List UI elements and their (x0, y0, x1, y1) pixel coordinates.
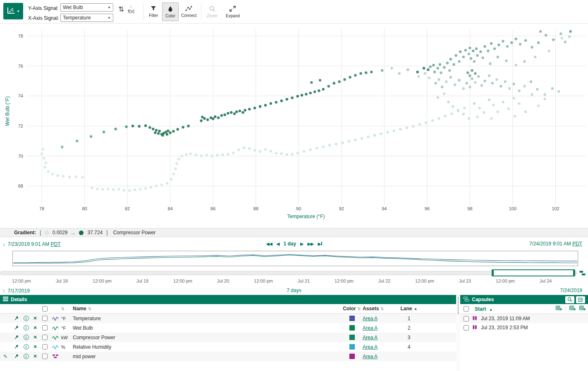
asset-link[interactable]: Area A (363, 316, 397, 321)
info-icon[interactable]: i (22, 325, 31, 331)
connect-button[interactable]: Connect (178, 2, 200, 21)
select-all-checkbox[interactable] (42, 306, 48, 312)
item-name[interactable]: Temperature (73, 316, 341, 321)
color-swatch[interactable] (341, 344, 363, 350)
remove-icon[interactable]: ✕ (31, 335, 40, 340)
display-range-end[interactable]: 7/24/2019 9:01 AM PDT (529, 241, 582, 247)
y-axis-signal-label: Y-Axis Signal: (28, 5, 59, 11)
asset-link[interactable]: Area A (363, 325, 397, 331)
info-icon[interactable]: i (22, 316, 31, 321)
info-icon[interactable]: i (22, 335, 31, 340)
svg-text:82: 82 (125, 206, 130, 211)
swap-axes-icon[interactable]: ⇅ (118, 6, 124, 13)
step-forward-full-icon[interactable]: ▶▶ (308, 241, 314, 247)
details-column-header: ⇅ Name⇅ Color⇅ Assets⇅ Lane▲ (0, 304, 456, 314)
panel-splitter[interactable] (456, 295, 460, 371)
item-name[interactable]: Compressor Power (73, 335, 341, 340)
time-scrubber-selection[interactable] (492, 269, 575, 276)
properties-column-button[interactable] (579, 305, 586, 312)
sort-name-icon[interactable]: ⇅ (88, 307, 91, 311)
time-scrubber-track[interactable] (0, 271, 577, 275)
collapse-range-arrow-icon[interactable]: ↓ (2, 241, 5, 247)
pin-icon[interactable] (11, 335, 22, 340)
row-checkbox[interactable] (40, 316, 50, 321)
capsule-checkbox[interactable] (464, 325, 469, 331)
chart-type-button[interactable]: ▼ (3, 3, 23, 19)
timezone-link[interactable]: PDT (51, 241, 61, 247)
edit-icon[interactable]: ✎ (0, 354, 11, 359)
remove-icon[interactable]: ✕ (31, 325, 40, 331)
timezone-link[interactable]: PDT (572, 241, 582, 247)
sort-color-icon[interactable]: ⇅ (357, 307, 361, 311)
step-back-icon[interactable]: ◀ (276, 241, 279, 247)
color-swatch[interactable] (341, 316, 363, 321)
chevron-down-icon: ▼ (108, 16, 111, 20)
item-name[interactable]: Wet Bulb (73, 325, 341, 331)
step-back-full-icon[interactable]: ◀◀ (266, 241, 272, 247)
x-axis-signal-select[interactable]: Temperature ▼ (60, 14, 113, 22)
pin-icon[interactable] (11, 325, 22, 331)
svg-text:78: 78 (39, 206, 44, 211)
expand-button[interactable]: Expand (222, 2, 243, 21)
fx-tool-button[interactable]: ∴ f(x) (128, 5, 134, 14)
capsules-collapse-button[interactable] (576, 296, 585, 303)
capsules-sort-start[interactable]: Start ▲ (475, 306, 493, 312)
item-name[interactable]: Relative Humidity (73, 344, 341, 350)
investigate-range-start[interactable]: 7/17/2019 (8, 288, 30, 294)
column-name[interactable]: Name (73, 306, 86, 312)
expand-range-arrow-icon[interactable]: ↑ (2, 288, 5, 294)
sort-lane-asc-icon[interactable]: ▲ (414, 307, 418, 311)
capsule-start-time: Jul 23, 2019 11:09 AM (481, 316, 530, 321)
capsules-select-all-checkbox[interactable] (464, 306, 469, 312)
remove-icon[interactable]: ✕ (31, 354, 40, 359)
stats-column-button[interactable] (569, 305, 576, 312)
display-range-start[interactable]: 7/23/2019 9:01 AM PDT (8, 241, 61, 247)
svg-text:Wet Bulb (°F): Wet Bulb (°F) (5, 96, 10, 126)
color-swatch[interactable] (341, 335, 363, 340)
color-swatch[interactable] (341, 325, 363, 331)
asset-link[interactable]: Area A (363, 335, 397, 340)
step-size-select[interactable]: 1 day (283, 241, 296, 247)
color-swatch[interactable] (341, 354, 363, 359)
investigate-range-end[interactable]: 7/24/2019 (560, 288, 582, 293)
investigate-range-duration[interactable]: 7 days (287, 288, 301, 293)
color-button[interactable]: Color (162, 2, 179, 21)
scatter-plot-canvas[interactable]: 6870727476787880828486889092949698100102… (0, 24, 588, 228)
step-forward-icon[interactable]: ▶ (300, 241, 303, 247)
fx-label: f(x) (128, 9, 134, 14)
column-start[interactable]: Start (475, 306, 486, 312)
toolbar-separator (201, 3, 201, 20)
row-checkbox[interactable] (40, 354, 50, 359)
asset-link[interactable]: Area A (363, 354, 397, 359)
column-lane[interactable]: Lane (401, 306, 412, 312)
filter-button[interactable]: Filter (146, 2, 161, 21)
row-checkbox[interactable] (40, 335, 50, 340)
step-to-now-icon[interactable]: ▶ (318, 241, 322, 247)
asset-link[interactable]: Area A (363, 344, 397, 350)
remove-icon[interactable]: ✕ (31, 344, 40, 350)
row-checkbox[interactable] (40, 344, 50, 350)
item-name[interactable]: mid power (73, 354, 341, 359)
capsule-lane-toggle-icon[interactable] (579, 270, 586, 278)
sort-assets-icon[interactable]: ⇅ (380, 307, 384, 311)
sort-type-icon[interactable]: ⇅ (61, 307, 65, 311)
row-checkbox[interactable] (40, 325, 50, 331)
column-color[interactable]: Color (343, 306, 356, 312)
add-column-button[interactable] (556, 305, 562, 312)
pin-icon[interactable] (11, 354, 22, 359)
end-datetime[interactable]: 7/24/2019 9:01 AM (529, 241, 571, 247)
info-icon[interactable]: i (22, 354, 31, 359)
remove-icon[interactable]: ✕ (31, 316, 40, 321)
start-datetime[interactable]: 7/23/2019 9:01 AM (8, 241, 50, 247)
svg-text:102: 102 (552, 206, 559, 211)
y-axis-signal-select[interactable]: Wet Bulb ▼ (60, 3, 113, 12)
column-assets[interactable]: Assets (363, 306, 379, 312)
scatter-chart[interactable]: 6870727476787880828486889092949698100102… (0, 24, 588, 228)
capsule-checkbox[interactable] (464, 316, 469, 321)
bottom-panels: Details ⇅ Name⇅ Color⇅ Assets⇅ Lane▲ i✕°… (0, 295, 588, 371)
pin-icon[interactable] (11, 344, 22, 350)
capsules-search-button[interactable] (565, 296, 574, 303)
gradient-ellipsis: ... (71, 230, 75, 235)
info-icon[interactable]: i (22, 344, 31, 350)
pin-icon[interactable] (11, 316, 22, 321)
